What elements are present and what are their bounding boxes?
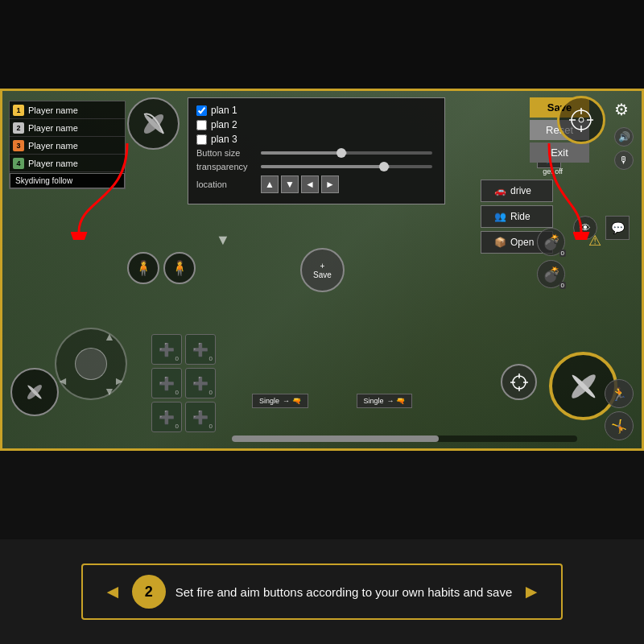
- get-off-label: get off: [543, 167, 563, 175]
- loc-right-btn[interactable]: ►: [321, 175, 339, 193]
- medkit-1[interactable]: ➕0: [151, 334, 182, 365]
- instruction-icon: 2: [132, 575, 166, 609]
- medkit-5[interactable]: ➕0: [151, 402, 182, 432]
- button-size-fill: [261, 151, 347, 155]
- bullet-icon-left: [23, 380, 47, 404]
- prone-icon[interactable]: 🤸: [605, 411, 634, 440]
- plan-3-checkbox[interactable]: [196, 134, 207, 145]
- bottom-right-icons: 🏃 🤸: [605, 379, 634, 440]
- shoot-modes: Single → 🔫 Single → 🔫: [252, 394, 412, 408]
- button-size-track: [261, 151, 432, 155]
- speaker-icon[interactable]: 🔊: [614, 127, 634, 147]
- bullet-circle-left[interactable]: [10, 368, 59, 416]
- person-icon-1: 🧍: [127, 252, 159, 284]
- plan-2-label: plan 2: [211, 119, 251, 130]
- down-arrow-center: ▼: [216, 232, 230, 249]
- ride-button[interactable]: 👥 Ride: [481, 205, 553, 228]
- player-item-1: 1 Player name: [10, 101, 125, 119]
- location-label: location: [196, 180, 261, 189]
- progress-bar-fill: [232, 436, 439, 442]
- progress-bar: [232, 436, 577, 442]
- location-row: location ▲ ▼ ◄ ►: [196, 175, 436, 193]
- medkit-2[interactable]: ➕0: [185, 334, 216, 365]
- plan-1-checkbox[interactable]: [196, 105, 207, 116]
- plan-row-1: plan 1: [196, 105, 436, 116]
- skydiving-button[interactable]: Skydiving follow: [10, 173, 125, 188]
- exit-button[interactable]: Exit: [530, 142, 589, 163]
- shoot-mode-1[interactable]: Single → 🔫: [252, 394, 308, 408]
- instruction-arrow-left: ◄: [103, 580, 122, 603]
- player-num-4: 4: [13, 158, 24, 169]
- loc-up-btn[interactable]: ▲: [261, 175, 279, 193]
- player-name-2: Player name: [28, 123, 78, 133]
- instruction-bar: ◄ 2 Set fire and aim buttons according t…: [0, 539, 644, 644]
- save-center-label: Save: [313, 270, 332, 279]
- medkit-6[interactable]: ➕0: [185, 402, 216, 432]
- crosshair-svg: [568, 106, 595, 134]
- player-name-3: Player name: [28, 141, 78, 151]
- crosshair-bottom-right[interactable]: [501, 364, 537, 400]
- avatar-circle: [127, 97, 180, 150]
- save-center-button[interactable]: + Save: [300, 248, 345, 292]
- gear-icon[interactable]: ⚙: [609, 97, 634, 122]
- shoot-mode-2-icon: → 🔫: [387, 397, 406, 405]
- instruction-icon-num: 2: [145, 584, 153, 601]
- chat-button[interactable]: 💬: [605, 216, 630, 240]
- plan-row-3: plan 3: [196, 134, 436, 145]
- game-screen: 1 Player name 2 Player name 3 Player nam…: [0, 89, 644, 451]
- player-item-3: 3 Player name: [10, 137, 125, 155]
- grenade-1-count: 0: [559, 250, 566, 257]
- joystick-up-arrow: ▲: [104, 330, 115, 343]
- player-name-1: Player name: [28, 105, 78, 115]
- grenade-2[interactable]: 💣0: [537, 260, 565, 288]
- player-num-2: 2: [13, 122, 24, 134]
- joystick-area[interactable]: ▲ ▼ ◄ ►: [55, 328, 127, 400]
- grenade-1[interactable]: 💣0: [537, 228, 565, 256]
- transparency-track: [261, 165, 432, 168]
- drive-button[interactable]: 🚗 drive: [481, 180, 553, 202]
- shoot-mode-1-icon: → 🔫: [283, 397, 301, 405]
- open-label: Open: [510, 237, 534, 248]
- button-size-label: Button size: [196, 148, 261, 158]
- loc-down-btn[interactable]: ▼: [281, 175, 299, 193]
- player-num-1: 1: [13, 105, 24, 116]
- shoot-mode-2[interactable]: Single → 🔫: [357, 394, 413, 408]
- main-wrapper: 1 Player name 2 Player name 3 Player nam…: [0, 0, 644, 644]
- transparency-label: transparency: [196, 162, 261, 171]
- grenade-items: 💣0 💣0: [537, 228, 565, 288]
- player-item-4: 4 Player name: [10, 155, 125, 172]
- person-icon-2: 🧍: [163, 252, 196, 284]
- shoot-mode-2-label: Single: [364, 397, 384, 405]
- right-icons-panel: 🔊 🎙: [614, 127, 634, 170]
- transparency-thumb[interactable]: [379, 162, 389, 171]
- drive-label: drive: [510, 185, 531, 196]
- plan-3-label: plan 3: [211, 134, 251, 145]
- player-name-4: Player name: [28, 159, 78, 168]
- medkit-4[interactable]: ➕0: [185, 368, 216, 398]
- crosshair-circle[interactable]: [557, 96, 605, 144]
- ride-label: Ride: [510, 211, 530, 222]
- settings-panel: plan 1 plan 2 plan 3 Button size transpa…: [188, 97, 445, 204]
- crouch-icon[interactable]: 🏃: [605, 379, 634, 408]
- svg-point-7: [579, 118, 584, 122]
- crosshair-small-svg: [510, 373, 529, 392]
- person-icons: 🧍 🧍: [127, 252, 196, 284]
- instruction-border: ◄ 2 Set fire and aim buttons according t…: [81, 564, 563, 620]
- top-area: [0, 0, 644, 89]
- drive-icon: 🚗: [494, 185, 506, 196]
- plan-2-checkbox[interactable]: [196, 120, 207, 130]
- medkit-3[interactable]: ➕0: [151, 368, 182, 398]
- joystick-inner: [75, 348, 107, 380]
- eye-button[interactable]: 👁: [573, 216, 597, 240]
- joystick-left-arrow: ◄: [57, 374, 68, 387]
- ride-icon: 👥: [494, 211, 506, 222]
- open-icon: 📦: [494, 237, 506, 248]
- mic-icon[interactable]: 🎙: [614, 151, 634, 170]
- shoot-mode-1-label: Single: [259, 397, 279, 405]
- bullet-icon-big: [564, 367, 603, 406]
- player-list: 1 Player name 2 Player name 3 Player nam…: [9, 101, 126, 189]
- button-size-row: Button size: [196, 148, 436, 158]
- loc-left-btn[interactable]: ◄: [301, 175, 319, 193]
- bullet-icon: [138, 109, 169, 139]
- button-size-thumb[interactable]: [336, 148, 346, 158]
